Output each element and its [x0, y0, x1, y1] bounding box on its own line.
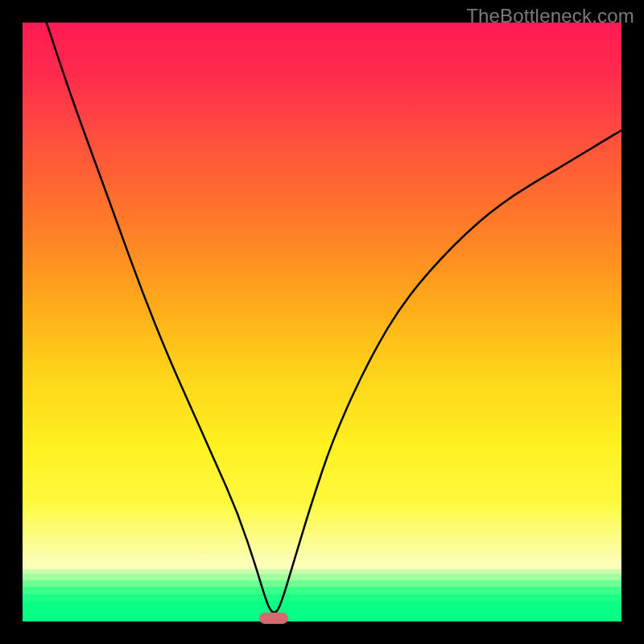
bottleneck-curve — [23, 23, 621, 621]
chart-plot-area — [23, 23, 621, 621]
optimal-point-marker — [259, 613, 288, 624]
